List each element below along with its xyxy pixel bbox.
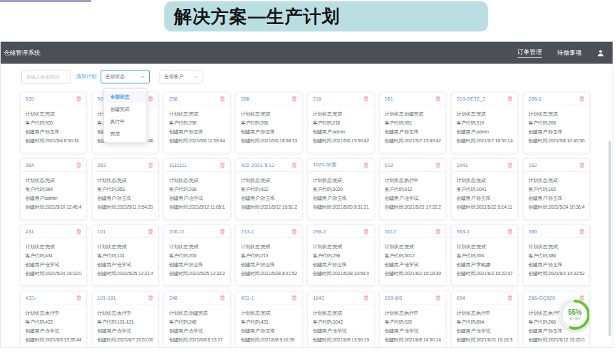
plan-card-title[interactable]: 101	[97, 229, 106, 235]
user-icon[interactable]	[597, 49, 604, 57]
plan-card-title[interactable]: 422-	[25, 295, 36, 301]
delete-icon[interactable]	[76, 295, 81, 301]
delete-icon[interactable]	[507, 96, 513, 102]
plan-card-title[interactable]: 266	[241, 96, 250, 102]
delete-icon[interactable]	[148, 229, 153, 235]
delete-icon[interactable]	[363, 229, 369, 235]
delete-icon[interactable]	[435, 162, 441, 168]
plan-card[interactable]: 364 计划状态:完成 客户代码:364 创建用户:admin 创建时间:202…	[20, 158, 87, 220]
delete-icon[interactable]	[292, 162, 297, 168]
dropdown-option-all[interactable]: 全部状态	[104, 91, 146, 103]
dropdown-option-running[interactable]: 执行中	[104, 116, 146, 128]
delete-icon[interactable]	[507, 162, 513, 168]
plan-card-title[interactable]: 248	[169, 295, 178, 301]
delete-icon[interactable]	[292, 229, 297, 235]
plan-card[interactable]: 319-SET2_2 计划状态:完成 客户代码:319 创建用户:admin 创…	[451, 92, 518, 153]
delete-icon[interactable]	[579, 96, 585, 102]
plan-card[interactable]: 298 计划状态:完成 客户代码:298 创建用户:孙玉珠 创建时间:2021/…	[164, 92, 231, 153]
plan-card-title[interactable]: 298-2	[313, 229, 326, 235]
plan-card-title[interactable]: 431-1	[241, 295, 254, 301]
plan-card[interactable]: 894 计划状态:执行中 客户代码:894 创建用户:仓学试 创建时间:2021…	[451, 291, 518, 347]
delete-icon[interactable]	[148, 162, 153, 168]
plan-card[interactable]: 431-1 计划状态:完成 客户代码:431 创建用户:孙玉珠 创建时间:202…	[235, 291, 303, 347]
nav-order-management[interactable]: 订单管理	[517, 48, 542, 58]
customer-select[interactable]: 全部客户	[159, 70, 203, 83]
delete-icon[interactable]	[76, 229, 81, 235]
plan-card-title[interactable]: 266-GQ520	[528, 295, 555, 301]
plan-card-title[interactable]: 213-1	[241, 229, 254, 235]
plan-card-title[interactable]: 319-SET2_2	[457, 96, 485, 102]
plan-card[interactable]: 1041 计划状态:完成 客户代码:1041 创建用户:孙玉珠 创建时间:202…	[451, 158, 518, 220]
plan-card[interactable]: 101-101 计划状态:执行中 客户代码:101-101 创建用户:仓学试 创…	[92, 291, 159, 347]
plan-card-title[interactable]: 951	[385, 96, 394, 102]
search-input[interactable]	[21, 70, 70, 83]
plan-card-title[interactable]: 364	[25, 162, 34, 168]
delete-icon[interactable]	[292, 295, 297, 301]
plan-card-title[interactable]: 353-1	[457, 229, 470, 235]
plan-card-title[interactable]: 1111111	[169, 162, 187, 168]
plan-card[interactable]: 422- 计划状态:执行中 客户代码:422 创建用户:仓学试 创建时间:202…	[20, 291, 87, 347]
plan-card[interactable]: 431 计划状态:完成 客户代码:431 创建用户:仓学试 创建时间:2021/…	[20, 224, 87, 286]
plan-card[interactable]: 1020-50套 计划状态:完成 客户代码:1020 创建用户:孙玉珠 创建时间…	[307, 158, 374, 220]
plan-card-title[interactable]: 206-11	[169, 229, 185, 235]
plan-card-title[interactable]: 102	[528, 162, 537, 168]
dropdown-option-created[interactable]: 创建完成	[104, 103, 146, 116]
delete-icon[interactable]	[435, 96, 441, 102]
plan-card[interactable]: 298-2 计划状态:完成 客户代码:298 创建用户:孙玉珠 创建时间:202…	[307, 224, 374, 286]
plan-card[interactable]: 920 计划状态:完成 客户代码:920 创建用户:孙玉珠 创建时间:2021/…	[20, 92, 87, 153]
plan-card[interactable]: 422-2021-5-12 计划状态:完成 客户代码:422 创建用户:孙玉珠 …	[235, 158, 303, 220]
plan-card[interactable]: 386 计划状态:完成 客户代码:386 创建用户:孙玉珠 创建时间:2021/…	[523, 224, 590, 286]
plan-card[interactable]: 213-1 计划状态:完成 客户代码:213 创建用户:孙玉珠 创建时间:202…	[235, 224, 303, 286]
plan-card-title[interactable]: 386	[528, 229, 537, 235]
delete-icon[interactable]	[579, 229, 585, 235]
plan-card[interactable]: 266 计划状态:完成 客户代码:266 创建用户:孙玉珠 创建时间:2021/…	[235, 92, 303, 153]
nav-todo-items[interactable]: 待做事项	[557, 49, 582, 57]
delete-icon[interactable]	[363, 295, 369, 301]
plan-card-title[interactable]: 920-6/8	[385, 295, 402, 301]
delete-icon[interactable]	[507, 229, 513, 235]
delete-icon[interactable]	[363, 162, 369, 168]
plan-card[interactable]: 920-6/8 计划状态:执行中 客户代码:920 创建用户:仓学试 创建时间:…	[379, 291, 446, 347]
dropdown-option-done[interactable]: 完成	[104, 128, 146, 140]
plan-card-title[interactable]: 1041	[457, 162, 468, 168]
delete-icon[interactable]	[220, 162, 225, 168]
plan-card[interactable]: 1111111 计划状态:完成 客户代码:298 创建用户:仓学试 创建时间:2…	[164, 158, 231, 220]
plan-card-title[interactable]: 1020-50套	[313, 161, 337, 168]
delete-icon[interactable]	[579, 162, 585, 168]
plan-card[interactable]: 5012 计划状态:完成 客户代码:5012 创建用户:仓学试 创建时间:202…	[379, 224, 446, 286]
plan-card[interactable]: 206-11 计划状态:完成 客户代码:206 创建用户:孙玉珠 创建时间:20…	[164, 224, 231, 286]
delete-icon[interactable]	[435, 229, 441, 235]
plan-card-title[interactable]: 422-2021-5-12	[241, 162, 274, 168]
delete-icon[interactable]	[220, 96, 225, 102]
plan-card[interactable]: 951 计划状态:创建完成 客户代码:951 创建用户:孙玉珠 创建时间:202…	[379, 92, 446, 153]
plan-card[interactable]: 102 计划状态:完成 客户代码:102 创建用户:孙玉珠 创建时间:2021/…	[523, 158, 590, 220]
plan-card-title[interactable]: 912	[385, 162, 394, 168]
plan-card[interactable]: 248 计划状态:创建完成 客户代码:248 创建用户:仓学试 创建时间:202…	[164, 291, 231, 347]
plan-card-title[interactable]: 206-1	[528, 96, 541, 102]
scrollbar[interactable]	[608, 141, 611, 336]
plan-card[interactable]: 912 计划状态:执行中 客户代码:912 创建用户:仓学试 创建时间:2021…	[379, 158, 446, 220]
delete-icon[interactable]	[148, 295, 153, 301]
delete-icon[interactable]	[435, 295, 441, 301]
plan-card-title[interactable]: 894	[457, 295, 465, 301]
plan-card-title[interactable]: 101-101	[97, 295, 116, 301]
plan-card[interactable]: 353-1 计划状态:完成 客户代码:353 创建用户:李晓娜 创建时间:202…	[451, 224, 518, 286]
add-plan-button[interactable]: 添加计划	[76, 73, 97, 80]
delete-icon[interactable]	[363, 96, 369, 102]
plan-card[interactable]: 101 计划状态:完成 客户代码:101 创建用户:仓学试 创建时间:2021/…	[92, 224, 159, 286]
delete-icon[interactable]	[76, 162, 81, 168]
delete-icon[interactable]	[148, 96, 153, 102]
delete-icon[interactable]	[292, 96, 297, 102]
plan-card[interactable]: 206-1 计划状态:完成 客户代码:206 创建用户:孙玉珠 创建时间:202…	[523, 92, 590, 153]
plan-card[interactable]: 353 计划状态:完成 客户代码:353 创建用户:孙玉珠 创建时间:2021/…	[92, 158, 159, 220]
plan-card-title[interactable]: 920	[25, 96, 34, 102]
plan-card[interactable]: 266-GQ520 计划状态:执行中 客户代码:266 创建用户:孙玉珠 创建时…	[523, 291, 590, 347]
delete-icon[interactable]	[220, 295, 225, 301]
delete-icon[interactable]	[76, 96, 81, 102]
status-select[interactable]: 全部状态	[101, 70, 150, 83]
plan-card-title[interactable]: 216	[313, 96, 322, 102]
plan-card[interactable]: 216 计划状态:完成 客户代码:216 创建用户:admin 创建时间:202…	[307, 92, 374, 153]
plan-card-title[interactable]: 431	[25, 229, 34, 235]
plan-card[interactable]: 1042 计划状态:完成 客户代码:1042 创建用户:仓学试 创建时间:202…	[307, 291, 374, 347]
plan-card-title[interactable]: 1042	[313, 295, 324, 301]
